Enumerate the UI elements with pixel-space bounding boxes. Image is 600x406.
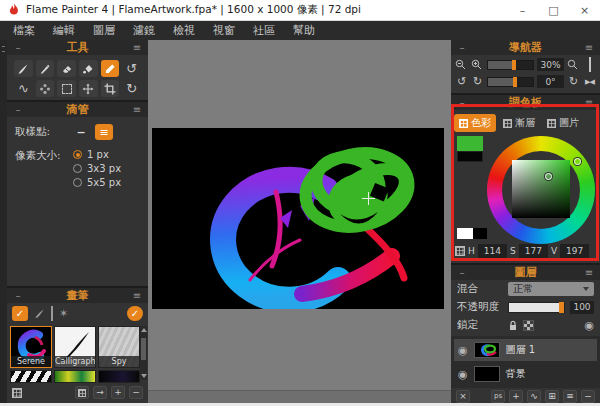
redo-icon[interactable]: ↻: [122, 80, 141, 97]
brush-item-spy[interactable]: Spy: [98, 326, 140, 368]
menu-filter[interactable]: 濾鏡: [124, 21, 164, 40]
crop-tool[interactable]: [101, 80, 120, 97]
merge-down-button[interactable]: ≡: [563, 390, 577, 403]
rotation-slider[interactable]: [487, 77, 534, 87]
magnifier-icon[interactable]: [567, 59, 580, 70]
sv-marker[interactable]: [545, 173, 552, 180]
blend-mode-dropdown[interactable]: 正常: [508, 282, 594, 296]
menu-view[interactable]: 檢視: [164, 21, 204, 40]
v-value[interactable]: 197: [560, 244, 589, 258]
collapse-icon[interactable]: –: [456, 95, 468, 110]
menu-community[interactable]: 社區: [244, 21, 284, 40]
new-vector-layer-button[interactable]: ∿: [527, 390, 541, 403]
menu-edit[interactable]: 編輯: [44, 21, 84, 40]
close-button[interactable]: ×: [569, 0, 600, 20]
collapse-icon[interactable]: –: [456, 40, 468, 55]
pixel-size-option-5x5[interactable]: 5x5 px: [73, 177, 121, 188]
menu-layer[interactable]: 圖層: [84, 21, 124, 40]
hue-wheel[interactable]: [487, 136, 595, 244]
sparkle-brush-type-icon[interactable]: ✶: [59, 307, 68, 320]
scrollbar-thumb[interactable]: [141, 338, 146, 360]
menu-help[interactable]: 幫助: [284, 21, 324, 40]
panel-menu-icon[interactable]: ≡: [131, 102, 143, 117]
primary-color-swatch[interactable]: [457, 136, 483, 151]
menu-window[interactable]: 視窗: [204, 21, 244, 40]
layer-row-layer1[interactable]: ◉ 圖層 1: [454, 339, 597, 361]
layer-row-background[interactable]: ◉ 背景: [454, 363, 597, 385]
wave-mode-icon[interactable]: ∿: [14, 80, 33, 97]
brush-filter-all-button[interactable]: ✓: [12, 306, 28, 321]
collapse-icon[interactable]: –: [12, 102, 24, 117]
add-brush-button[interactable]: +: [111, 386, 125, 399]
particle-brush-type-icon[interactable]: [51, 307, 53, 320]
brush-item-calligraphy[interactable]: Calligraphy: [54, 326, 96, 368]
sample-minus-button[interactable]: −: [73, 126, 89, 139]
panel-dock-strip[interactable]: [0, 40, 7, 403]
pencil-tool[interactable]: [36, 60, 55, 77]
panel-menu-icon[interactable]: ≡: [131, 40, 143, 55]
layer-visibility-icon[interactable]: ◉: [458, 345, 468, 356]
panel-menu-icon[interactable]: ≡: [583, 265, 595, 280]
panel-menu-icon[interactable]: ≡: [583, 40, 595, 55]
duplicate-layer-button[interactable]: ⊞: [545, 390, 559, 403]
zoom-value[interactable]: 30%: [537, 58, 564, 71]
export-ps-button[interactable]: ps: [491, 390, 505, 403]
minimize-button[interactable]: –: [507, 0, 538, 20]
saturation-value-square[interactable]: [512, 160, 570, 218]
pixel-size-option-1px[interactable]: 1 px: [73, 149, 121, 160]
white-swatch[interactable]: [457, 228, 473, 239]
collapse-icon[interactable]: –: [12, 40, 24, 55]
brush-list-scrollbar[interactable]: [140, 326, 147, 380]
rotate-cw-icon[interactable]: ↻: [471, 76, 484, 88]
rotate-ccw-icon[interactable]: ↺: [455, 76, 468, 88]
zoom-out-icon[interactable]: [455, 59, 468, 70]
lock-transparency-icon[interactable]: [523, 320, 534, 331]
collapse-icon[interactable]: –: [456, 265, 468, 280]
palette-grid-icon[interactable]: [455, 246, 465, 256]
flame-brush-type-icon[interactable]: [34, 308, 45, 319]
rotation-value[interactable]: 0°: [537, 75, 564, 88]
flame-brush-tool[interactable]: [14, 60, 33, 77]
brush-item-partial[interactable]: [98, 370, 140, 383]
pixel-size-option-3x3[interactable]: 3x3 px: [73, 163, 121, 174]
scroll-up-icon[interactable]: [141, 328, 147, 332]
h-value[interactable]: 114: [478, 244, 507, 258]
lock-icon[interactable]: [508, 320, 518, 331]
thumbnail-view-icon[interactable]: [12, 388, 22, 398]
tab-image[interactable]: 圖片: [542, 114, 584, 132]
panel-menu-icon[interactable]: ≡: [583, 95, 595, 110]
zoom-slider[interactable]: [487, 60, 534, 70]
tab-color[interactable]: 色彩: [454, 114, 496, 132]
tab-gradient[interactable]: 漸層: [498, 114, 540, 132]
select-tool[interactable]: [57, 80, 76, 97]
rotate-reset-icon[interactable]: ↻: [567, 76, 580, 88]
fill-bucket-tool[interactable]: [79, 60, 98, 77]
flip-horizontal-icon[interactable]: ▶◀: [583, 76, 596, 88]
canvas[interactable]: [152, 128, 444, 309]
collapse-icon[interactable]: –: [12, 288, 24, 303]
rotation-slider-handle[interactable]: [513, 77, 517, 87]
black-swatch[interactable]: [473, 228, 487, 239]
hue-marker[interactable]: [574, 158, 581, 165]
mixer-tool[interactable]: [36, 80, 55, 97]
undo-icon[interactable]: ↺: [122, 60, 141, 77]
brush-item-partial[interactable]: [54, 370, 96, 383]
delete-layer-button[interactable]: ×: [456, 390, 470, 403]
brush-item-serene[interactable]: Serene: [10, 326, 52, 368]
panel-menu-icon[interactable]: ≡: [131, 288, 143, 303]
workspace[interactable]: [148, 40, 451, 403]
brush-item-partial[interactable]: [10, 370, 52, 383]
eyedropper-tool[interactable]: [101, 60, 120, 77]
grid-view-button[interactable]: [75, 386, 89, 399]
eraser-tool[interactable]: [57, 60, 76, 77]
layer-visibility-icon[interactable]: ◉: [458, 369, 468, 380]
brush-favorites-button[interactable]: ✓: [127, 306, 143, 321]
new-layer-button[interactable]: +: [509, 390, 523, 403]
zoom-slider-handle[interactable]: [512, 60, 516, 70]
sample-list-button[interactable]: ≡: [95, 124, 113, 140]
remove-brush-button[interactable]: −: [129, 386, 143, 399]
move-tool[interactable]: [79, 80, 98, 97]
opacity-slider[interactable]: [508, 302, 565, 313]
opacity-slider-handle[interactable]: [559, 302, 564, 313]
eye-icon[interactable]: ◉: [584, 320, 594, 331]
